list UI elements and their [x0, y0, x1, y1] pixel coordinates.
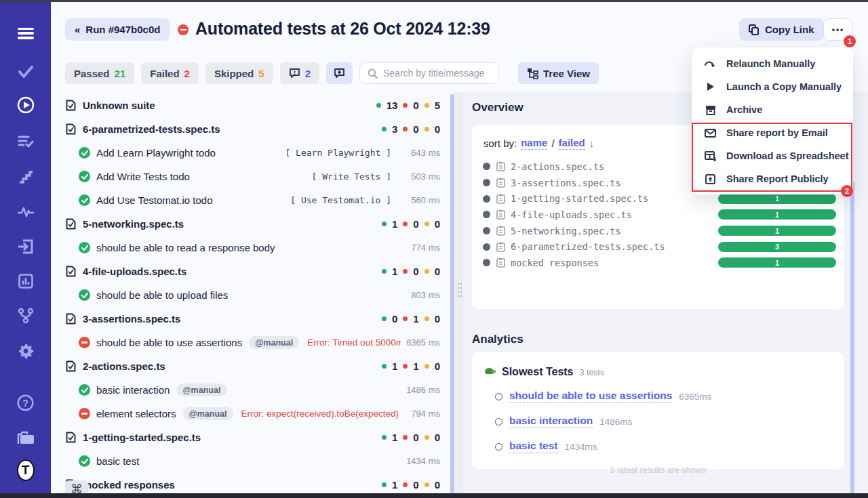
folder-icon[interactable]: [17, 429, 35, 447]
search-box: [359, 62, 499, 84]
slow-test-link[interactable]: should be able to use assertions: [509, 390, 672, 403]
add-comment-button[interactable]: [326, 62, 353, 84]
filter-passed[interactable]: Passed 21: [65, 62, 134, 84]
slow-test-link[interactable]: basic test: [509, 440, 558, 453]
check-icon[interactable]: [17, 63, 35, 81]
slow-test-time: 1434ms: [565, 442, 597, 452]
test-duration: 643 ms: [401, 148, 440, 158]
menu-icon[interactable]: [17, 24, 35, 42]
test-title: should be able to use assertions: [96, 337, 242, 348]
test-row[interactable]: Add Write Tests todo [ Write Tests ]503 …: [51, 165, 450, 188]
overview-row[interactable]: 6-parametrized-tests.spec.ts 3: [472, 238, 844, 255]
suite-counts: 110: [382, 360, 440, 372]
suite-row[interactable]: 3-assertions.spec.ts 010: [51, 307, 450, 331]
bar-chart-icon[interactable]: [17, 272, 35, 290]
test-row[interactable]: should be able to read a response body 7…: [51, 236, 450, 260]
test-row[interactable]: should be able to use assertions @manual…: [51, 331, 450, 354]
sort-by-name-link[interactable]: name: [521, 137, 547, 150]
sort-direction-arrow[interactable]: ↓: [589, 138, 595, 149]
filter-skipped[interactable]: Skipped 5: [205, 62, 273, 84]
help-icon[interactable]: ?: [17, 394, 35, 411]
copy-link-button[interactable]: Copy Link: [739, 18, 824, 41]
bullet-icon: [483, 211, 490, 218]
menu-item-archive[interactable]: Archive: [692, 98, 853, 121]
test-title: should be able to read a response body: [96, 242, 275, 253]
test-list-scrollbar[interactable]: [450, 94, 454, 493]
spreadsheet-icon: [705, 150, 716, 162]
email-icon: [705, 127, 716, 139]
suite-row[interactable]: 5-networking.spec.ts 100: [51, 212, 450, 236]
failed-icon: [79, 337, 90, 348]
failed-label: Failed: [150, 68, 179, 79]
analytics-card: Slowest Tests 3 tests should be able to …: [472, 352, 844, 469]
testomat-logo[interactable]: T: [17, 461, 35, 479]
pulse-icon[interactable]: [17, 203, 35, 221]
menu-item-download-spreadsheet[interactable]: Download as Spreadsheet: [692, 144, 853, 167]
passed-icon: [79, 171, 90, 182]
app-window: ? T « Run #947b0c0d Automated tests at 2…: [0, 0, 868, 498]
steps-icon[interactable]: [17, 168, 35, 186]
more-actions-menu: Relaunch Manually Launch a Copy Manually…: [692, 47, 853, 194]
sign-in-icon[interactable]: [17, 238, 35, 255]
test-row[interactable]: basic test 1434 ms: [51, 449, 450, 473]
run-failed-status-icon: [178, 24, 189, 35]
run-list-icon[interactable]: [17, 133, 35, 150]
test-row[interactable]: element selectors @manual Error: expect(…: [51, 402, 450, 426]
comments-filter-button[interactable]: 2: [280, 62, 319, 84]
overview-row[interactable]: 4-file-uploads.spec.ts 1: [472, 207, 844, 223]
play-circle-icon[interactable]: [17, 96, 35, 114]
page-title: Automated tests at 26 Oct 2024 12:39: [195, 19, 490, 39]
suite-row[interactable]: 6-parametrized-tests.spec.ts 300: [51, 117, 450, 141]
tag-badge: @manual: [176, 383, 226, 396]
back-to-run-button[interactable]: « Run #947b0c0d: [65, 18, 170, 41]
tree-view-button[interactable]: Tree View: [518, 62, 599, 84]
suite-counts: 1305: [376, 100, 440, 111]
test-tag: [ Write Tests ]: [312, 171, 391, 182]
branch-icon[interactable]: [17, 307, 35, 325]
passed-icon: [79, 242, 90, 253]
window-bottom-edge: [0, 493, 868, 498]
menu-item-launch-copy[interactable]: Launch a Copy Manually: [692, 75, 853, 98]
overview-title: Overview: [472, 101, 524, 115]
sort-by-failed-link[interactable]: failed: [559, 137, 585, 150]
right-panel-scrollbar[interactable]: [850, 182, 854, 493]
test-row[interactable]: should be able to upload files 803 ms: [51, 283, 450, 307]
slow-test-item: basic test 1434ms: [484, 440, 833, 453]
slowest-tests-count: 3 tests: [580, 368, 605, 377]
overview-bar: 1: [718, 257, 836, 268]
suite-row[interactable]: 2-actions.spec.ts 110: [51, 354, 450, 378]
passed-icon: [79, 194, 90, 206]
suite-row[interactable]: Unknown suite 1305: [51, 94, 450, 117]
menu-item-share-publicly[interactable]: Share Report Publicly: [692, 167, 853, 190]
suite-title: 1-getting-started.spec.ts: [83, 432, 201, 443]
gear-icon[interactable]: [17, 342, 35, 360]
test-tag: [ Use Testomat.io ]: [290, 195, 391, 205]
filter-failed[interactable]: Failed 2: [141, 62, 199, 84]
skipped-count: 5: [258, 68, 264, 79]
svg-text:?: ?: [22, 397, 28, 408]
divider-drag-handle[interactable]: [458, 283, 459, 285]
clipboard-icon: [496, 194, 505, 204]
overview-bar: 1: [718, 209, 836, 220]
bullet-icon: [483, 259, 490, 266]
slow-test-link[interactable]: basic interaction: [509, 415, 593, 428]
suite-row[interactable]: 4-file-uploads.spec.ts 100: [51, 260, 450, 283]
clipboard-icon: [496, 178, 505, 188]
overview-file-name: 1-getting-started.spec.ts: [511, 193, 648, 204]
suite-row[interactable]: 1-getting-started.spec.ts 100: [51, 426, 450, 449]
menu-item-relaunch[interactable]: Relaunch Manually: [692, 52, 853, 75]
test-row[interactable]: Add Use Testomat.io todo [ Use Testomat.…: [51, 188, 450, 212]
test-tag: [ Learn Playwright ]: [285, 148, 391, 158]
search-input[interactable]: [383, 68, 491, 79]
failed-count: 2: [184, 68, 190, 79]
test-row[interactable]: Add Learn Playwright todo [ Learn Playwr…: [51, 141, 450, 165]
overview-row[interactable]: 5-networking.spec.ts 1: [472, 223, 844, 239]
suite-file-icon: [65, 266, 77, 278]
test-row[interactable]: basic interaction @manual 1486 ms: [51, 378, 450, 402]
overview-row[interactable]: mocked responses 1: [472, 255, 844, 271]
suite-title: mocked responses: [83, 479, 175, 491]
archive-icon: [705, 104, 716, 116]
clipboard-icon: [496, 242, 505, 252]
menu-item-share-email[interactable]: Share report by Email: [692, 121, 853, 144]
suite-file-icon: [65, 100, 77, 112]
